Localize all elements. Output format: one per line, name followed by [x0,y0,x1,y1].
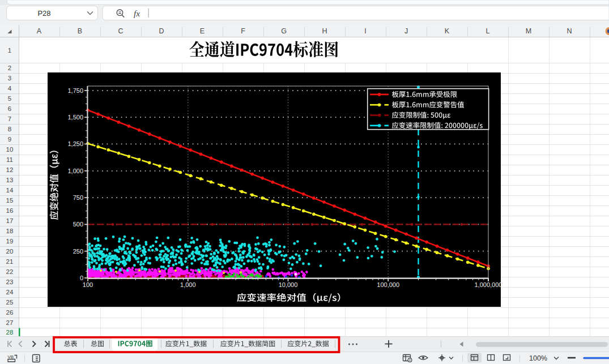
svg-text:G: G [281,27,287,35]
svg-text:750: 750 [73,194,83,201]
svg-text:23: 23 [6,279,14,285]
svg-text:16: 16 [6,207,14,214]
svg-text:15: 15 [6,197,14,204]
svg-text:5: 5 [8,95,11,102]
svg-text:19: 19 [6,238,14,245]
svg-text:500: 500 [73,221,83,228]
svg-text:13: 13 [6,177,14,183]
svg-text:100%: 100% [529,354,547,362]
svg-text:1,000: 1,000 [180,281,196,288]
svg-text:A: A [37,27,42,35]
svg-text:26: 26 [6,309,14,316]
svg-text:18: 18 [6,228,14,234]
svg-text:25: 25 [6,299,14,306]
svg-text:12: 12 [6,166,14,173]
svg-text:1,500: 1,500 [67,114,83,121]
svg-text:C: C [118,27,123,35]
svg-text:3: 3 [8,75,11,82]
svg-text:N: N [567,27,572,35]
svg-text:9: 9 [8,136,11,143]
svg-text:22: 22 [6,268,14,275]
svg-text:7: 7 [8,115,11,122]
svg-text:K: K [445,27,450,35]
svg-text:J: J [404,27,408,35]
svg-text:100: 100 [83,281,93,288]
svg-text:1,000: 1,000 [67,168,83,174]
svg-text:20: 20 [6,248,14,255]
svg-text:P28: P28 [37,9,50,18]
svg-text:4: 4 [8,85,12,92]
svg-text:VB: VB [8,354,14,359]
svg-text:10,000: 10,000 [279,281,298,288]
svg-text:11: 11 [6,156,13,163]
svg-text:17: 17 [6,217,14,224]
svg-text:I: I [364,27,366,35]
svg-text:250: 250 [73,248,83,255]
svg-text:28: 28 [6,329,14,336]
svg-text:0: 0 [80,275,83,281]
svg-text:E: E [200,27,205,35]
svg-text:1: 1 [8,47,11,54]
svg-text:B: B [78,27,82,35]
svg-text:10: 10 [6,146,14,153]
svg-text:1,250: 1,250 [67,140,83,147]
svg-text:14: 14 [6,187,14,194]
svg-text:2: 2 [8,65,11,71]
svg-text:M: M [526,27,531,35]
svg-text:fx: fx [134,8,140,18]
svg-text:1,750: 1,750 [67,87,83,94]
svg-text:F: F [241,27,245,35]
svg-text:24: 24 [6,289,14,296]
svg-text:6: 6 [8,105,11,112]
svg-text:100,000: 100,000 [377,281,399,288]
svg-text:21: 21 [6,258,14,265]
svg-text:D: D [159,27,164,35]
svg-text:8: 8 [8,126,11,132]
svg-text:27: 27 [6,319,14,326]
svg-text:L: L [486,27,490,35]
svg-text:H: H [322,27,327,35]
svg-text:1,000,000: 1,000,000 [475,281,502,288]
